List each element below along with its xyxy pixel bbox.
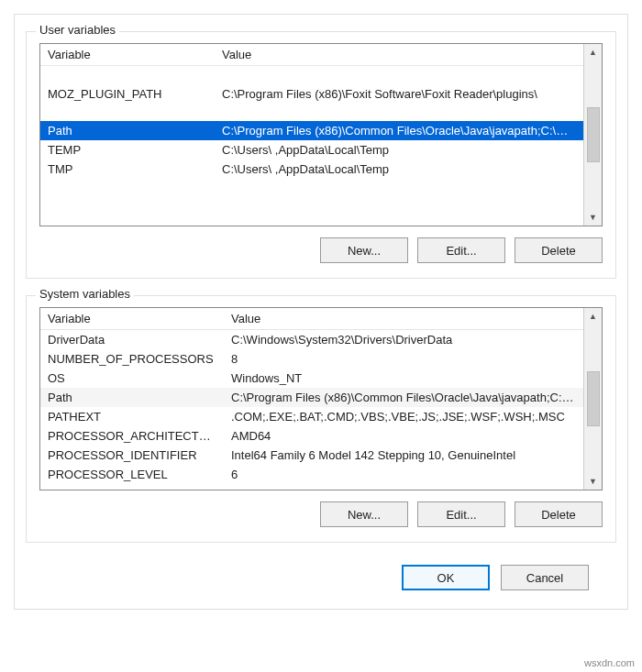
- table-row[interactable]: NUMBER_OF_PROCESSORS 8: [40, 349, 583, 369]
- col-value-header[interactable]: Value: [215, 44, 583, 65]
- table-row[interactable]: DriverData C:\Windows\System32\Drivers\D…: [40, 330, 583, 349]
- scroll-up-icon[interactable]: ▲: [589, 48, 597, 57]
- col-value-header[interactable]: Value: [224, 308, 583, 329]
- scroll-thumb[interactable]: [587, 107, 600, 162]
- table-row[interactable]: Path C:\Program Files (x86)\Common Files…: [40, 121, 583, 140]
- col-variable-header[interactable]: Variable: [40, 308, 224, 329]
- table-row[interactable]: OS Windows_NT: [40, 369, 583, 388]
- col-variable-header[interactable]: Variable: [40, 44, 215, 65]
- table-row[interactable]: PROCESSOR_IDENTIFIER Intel64 Family 6 Mo…: [40, 446, 583, 465]
- table-row[interactable]: PROCESSOR_ARCHITECTURE AMD64: [40, 426, 583, 446]
- scroll-up-icon[interactable]: ▲: [589, 312, 597, 321]
- user-table-scrollbar[interactable]: ▲ ▼: [583, 44, 602, 226]
- system-edit-button[interactable]: Edit...: [417, 501, 505, 527]
- table-row[interactable]: PROCESSOR_LEVEL 6: [40, 465, 583, 484]
- scroll-down-icon[interactable]: ▼: [589, 477, 597, 486]
- cancel-button[interactable]: Cancel: [501, 565, 589, 590]
- user-delete-button[interactable]: Delete: [515, 237, 603, 263]
- env-vars-dialog: User variables Variable Value MOZ_PLUGIN…: [14, 14, 628, 610]
- user-edit-button[interactable]: Edit...: [417, 237, 505, 263]
- table-row[interactable]: PATHEXT .COM;.EXE;.BAT;.CMD;.VBS;.VBE;.J…: [40, 407, 583, 426]
- scroll-thumb[interactable]: [587, 371, 600, 426]
- user-variables-label: User variables: [36, 23, 119, 37]
- system-table-scrollbar[interactable]: ▲ ▼: [583, 308, 602, 490]
- system-variables-table[interactable]: Variable Value DriverData C:\Windows\Sys…: [39, 307, 603, 490]
- user-variables-table[interactable]: Variable Value MOZ_PLUGIN_PATH C:\Progra…: [39, 43, 603, 226]
- table-row[interactable]: TMP C:\Users\ ,AppData\Local\Temp: [40, 160, 583, 179]
- user-variables-group: User variables Variable Value MOZ_PLUGIN…: [26, 31, 616, 279]
- system-variables-label: System variables: [36, 287, 134, 301]
- user-table-header: Variable Value: [40, 44, 583, 66]
- dialog-button-row: OK Cancel: [28, 554, 614, 601]
- system-new-button[interactable]: New...: [320, 501, 408, 527]
- system-delete-button[interactable]: Delete: [515, 501, 603, 527]
- table-row[interactable]: TEMP C:\Users\ ,AppData\Local\Temp: [40, 140, 583, 160]
- system-variables-group: System variables Variable Value DriverDa…: [26, 295, 616, 543]
- scroll-down-icon[interactable]: ▼: [589, 213, 597, 222]
- table-row[interactable]: MOZ_PLUGIN_PATH C:\Program Files (x86)\F…: [40, 66, 583, 121]
- ok-button[interactable]: OK: [402, 565, 490, 590]
- system-table-header: Variable Value: [40, 308, 583, 330]
- table-row[interactable]: Path C:\Program Files (x86)\Common Files…: [40, 388, 583, 407]
- user-new-button[interactable]: New...: [320, 237, 408, 263]
- watermark: wsxdn.com: [584, 657, 635, 668]
